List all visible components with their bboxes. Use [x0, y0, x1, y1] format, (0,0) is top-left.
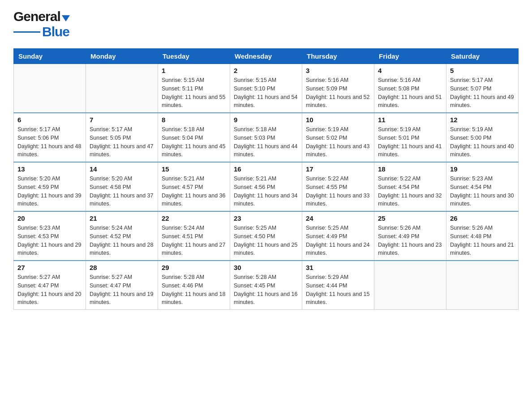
day-info: Sunrise: 5:21 AMSunset: 4:57 PMDaylight:… [162, 175, 226, 208]
day-info: Sunrise: 5:24 AMSunset: 4:51 PMDaylight:… [162, 224, 226, 257]
day-number: 10 [306, 116, 370, 124]
day-info: Sunrise: 5:23 AMSunset: 4:54 PMDaylight:… [450, 175, 515, 208]
calendar-week-row: 20Sunrise: 5:23 AMSunset: 4:53 PMDayligh… [14, 211, 519, 261]
day-number: 22 [162, 214, 226, 222]
calendar-cell: 25Sunrise: 5:26 AMSunset: 4:49 PMDayligh… [374, 211, 446, 261]
day-info: Sunrise: 5:27 AMSunset: 4:47 PMDaylight:… [17, 273, 82, 307]
day-number: 8 [162, 116, 226, 124]
calendar-cell: 16Sunrise: 5:21 AMSunset: 4:56 PMDayligh… [230, 162, 302, 211]
day-info: Sunrise: 5:22 AMSunset: 4:54 PMDaylight:… [378, 175, 442, 208]
calendar-cell: 1Sunrise: 5:15 AMSunset: 5:11 PMDaylight… [158, 64, 230, 113]
day-number: 13 [17, 165, 82, 173]
day-number: 2 [234, 67, 298, 74]
day-number: 20 [17, 214, 82, 222]
calendar-cell: 23Sunrise: 5:25 AMSunset: 4:50 PMDayligh… [230, 211, 302, 261]
day-info: Sunrise: 5:19 AMSunset: 5:00 PMDaylight:… [450, 125, 515, 159]
calendar-cell [14, 64, 86, 113]
day-info: Sunrise: 5:24 AMSunset: 4:52 PMDaylight:… [90, 224, 154, 257]
day-number: 21 [90, 214, 154, 222]
calendar-cell: 4Sunrise: 5:16 AMSunset: 5:08 PMDaylight… [374, 64, 446, 113]
day-number: 14 [90, 165, 154, 173]
calendar-cell [446, 261, 519, 310]
day-info: Sunrise: 5:17 AMSunset: 5:05 PMDaylight:… [90, 125, 154, 159]
day-number: 15 [162, 165, 226, 173]
weekday-header: Saturday [446, 49, 519, 64]
logo-line [13, 31, 40, 33]
calendar-cell: 18Sunrise: 5:22 AMSunset: 4:54 PMDayligh… [374, 162, 446, 211]
calendar-cell: 22Sunrise: 5:24 AMSunset: 4:51 PMDayligh… [158, 211, 230, 261]
calendar-week-row: 13Sunrise: 5:20 AMSunset: 4:59 PMDayligh… [14, 162, 519, 211]
weekday-header: Tuesday [158, 49, 230, 64]
calendar-cell: 11Sunrise: 5:19 AMSunset: 5:01 PMDayligh… [374, 113, 446, 162]
day-number: 25 [378, 214, 442, 222]
day-number: 7 [90, 116, 154, 124]
day-number: 5 [450, 67, 515, 74]
day-number: 28 [90, 264, 154, 271]
weekday-header: Wednesday [230, 49, 302, 64]
calendar-cell: 10Sunrise: 5:19 AMSunset: 5:02 PMDayligh… [302, 113, 374, 162]
logo-general-text: General [13, 9, 60, 24]
calendar-week-row: 6Sunrise: 5:17 AMSunset: 5:06 PMDaylight… [14, 113, 519, 162]
day-number: 24 [306, 214, 370, 222]
calendar-cell: 28Sunrise: 5:27 AMSunset: 4:47 PMDayligh… [86, 261, 158, 310]
logo: General Blue [13, 9, 70, 39]
calendar-cell: 12Sunrise: 5:19 AMSunset: 5:00 PMDayligh… [446, 113, 519, 162]
day-info: Sunrise: 5:23 AMSunset: 4:53 PMDaylight:… [17, 224, 82, 257]
day-info: Sunrise: 5:28 AMSunset: 4:46 PMDaylight:… [162, 273, 226, 307]
day-info: Sunrise: 5:19 AMSunset: 5:02 PMDaylight:… [306, 125, 370, 159]
calendar-cell: 26Sunrise: 5:26 AMSunset: 4:48 PMDayligh… [446, 211, 519, 261]
day-info: Sunrise: 5:15 AMSunset: 5:10 PMDaylight:… [234, 76, 298, 110]
weekday-header: Monday [86, 49, 158, 64]
calendar-table: SundayMondayTuesdayWednesdayThursdayFrid… [13, 48, 519, 310]
day-number: 30 [234, 264, 298, 271]
day-number: 16 [234, 165, 298, 173]
calendar-cell: 24Sunrise: 5:25 AMSunset: 4:49 PMDayligh… [302, 211, 374, 261]
calendar-week-row: 27Sunrise: 5:27 AMSunset: 4:47 PMDayligh… [14, 261, 519, 310]
day-info: Sunrise: 5:25 AMSunset: 4:49 PMDaylight:… [306, 224, 370, 257]
logo-triangle-icon [62, 15, 70, 21]
calendar-cell: 2Sunrise: 5:15 AMSunset: 5:10 PMDaylight… [230, 64, 302, 113]
day-info: Sunrise: 5:28 AMSunset: 4:45 PMDaylight:… [234, 273, 298, 307]
day-info: Sunrise: 5:20 AMSunset: 4:58 PMDaylight:… [90, 175, 154, 208]
calendar-cell: 31Sunrise: 5:29 AMSunset: 4:44 PMDayligh… [302, 261, 374, 310]
calendar-cell: 15Sunrise: 5:21 AMSunset: 4:57 PMDayligh… [158, 162, 230, 211]
day-number: 27 [17, 264, 82, 271]
day-info: Sunrise: 5:17 AMSunset: 5:06 PMDaylight:… [17, 125, 82, 159]
day-info: Sunrise: 5:18 AMSunset: 5:04 PMDaylight:… [162, 125, 226, 159]
day-number: 1 [162, 67, 226, 74]
weekday-header: Friday [374, 49, 446, 64]
calendar-cell: 3Sunrise: 5:16 AMSunset: 5:09 PMDaylight… [302, 64, 374, 113]
calendar-cell: 27Sunrise: 5:27 AMSunset: 4:47 PMDayligh… [14, 261, 86, 310]
calendar-cell: 14Sunrise: 5:20 AMSunset: 4:58 PMDayligh… [86, 162, 158, 211]
calendar-cell: 6Sunrise: 5:17 AMSunset: 5:06 PMDaylight… [14, 113, 86, 162]
calendar-cell: 21Sunrise: 5:24 AMSunset: 4:52 PMDayligh… [86, 211, 158, 261]
calendar-cell [86, 64, 158, 113]
calendar-cell: 29Sunrise: 5:28 AMSunset: 4:46 PMDayligh… [158, 261, 230, 310]
day-info: Sunrise: 5:15 AMSunset: 5:11 PMDaylight:… [162, 76, 226, 110]
calendar-header-row: SundayMondayTuesdayWednesdayThursdayFrid… [14, 49, 519, 64]
day-number: 12 [450, 116, 515, 124]
calendar-week-row: 1Sunrise: 5:15 AMSunset: 5:11 PMDaylight… [14, 64, 519, 113]
day-info: Sunrise: 5:20 AMSunset: 4:59 PMDaylight:… [17, 175, 82, 208]
calendar-cell: 9Sunrise: 5:18 AMSunset: 5:03 PMDaylight… [230, 113, 302, 162]
day-info: Sunrise: 5:19 AMSunset: 5:01 PMDaylight:… [378, 125, 442, 159]
calendar-cell: 19Sunrise: 5:23 AMSunset: 4:54 PMDayligh… [446, 162, 519, 211]
logo-blue-text: Blue [42, 24, 69, 39]
day-info: Sunrise: 5:25 AMSunset: 4:50 PMDaylight:… [234, 224, 298, 257]
day-info: Sunrise: 5:17 AMSunset: 5:07 PMDaylight:… [450, 76, 515, 110]
day-number: 18 [378, 165, 442, 173]
day-number: 6 [17, 116, 82, 124]
day-number: 9 [234, 116, 298, 124]
day-number: 4 [378, 67, 442, 74]
calendar-cell: 8Sunrise: 5:18 AMSunset: 5:04 PMDaylight… [158, 113, 230, 162]
day-info: Sunrise: 5:16 AMSunset: 5:08 PMDaylight:… [378, 76, 442, 110]
day-number: 3 [306, 67, 370, 74]
page-header: General Blue [13, 9, 519, 39]
calendar-cell: 30Sunrise: 5:28 AMSunset: 4:45 PMDayligh… [230, 261, 302, 310]
day-number: 19 [450, 165, 515, 173]
day-info: Sunrise: 5:22 AMSunset: 4:55 PMDaylight:… [306, 175, 370, 208]
calendar-cell: 13Sunrise: 5:20 AMSunset: 4:59 PMDayligh… [14, 162, 86, 211]
day-info: Sunrise: 5:18 AMSunset: 5:03 PMDaylight:… [234, 125, 298, 159]
day-info: Sunrise: 5:26 AMSunset: 4:48 PMDaylight:… [450, 224, 515, 257]
calendar-cell: 20Sunrise: 5:23 AMSunset: 4:53 PMDayligh… [14, 211, 86, 261]
